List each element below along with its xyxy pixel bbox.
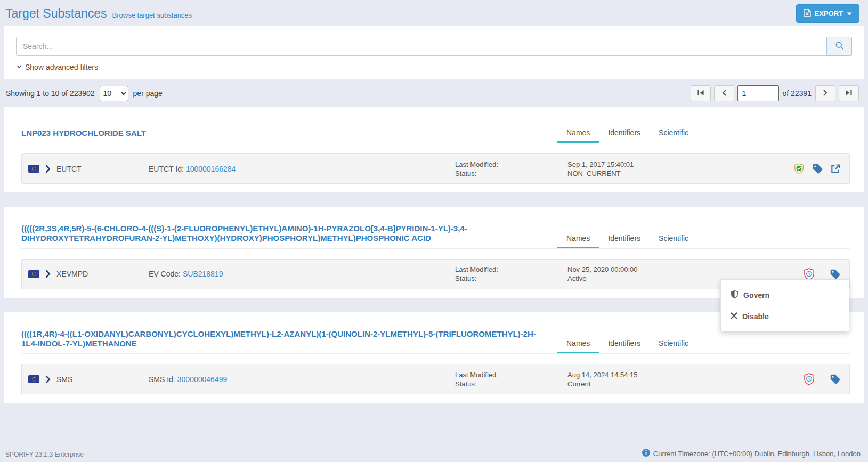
card-tabs: Names Identifiers Scientific: [557, 230, 697, 248]
last-modified-label: Last Modified:: [455, 160, 567, 169]
substance-title-link[interactable]: (((((2R,3S,4R,5R)-5-(6-CHLORO-4-(((S)-1-…: [21, 224, 550, 244]
row-source: SMS: [28, 375, 149, 384]
page-info: Showing 1 to 10 of 223902 10 per page: [6, 86, 163, 101]
meta-labels: Last Modified: Status:: [455, 265, 567, 283]
eu-flag-stars: [32, 272, 36, 276]
substance-card-2: (((((2R,3S,4R,5R)-5-(6-CHLORO-4-(((S)-1-…: [4, 207, 864, 298]
substance-id: EUTCT Id:100000166284: [149, 165, 455, 173]
chevron-left-icon: [721, 90, 727, 98]
caret-down-icon: [847, 10, 852, 18]
substance-id: SMS Id:300000046499: [149, 375, 455, 384]
id-link[interactable]: 100000166284: [186, 165, 236, 173]
advanced-filters-toggle[interactable]: Show advanced filters: [16, 63, 98, 71]
status-value: NON_CURRENT: [567, 169, 793, 178]
per-page-select[interactable]: 10: [100, 86, 128, 101]
tag-icon[interactable]: [812, 163, 823, 174]
search-row: [16, 37, 852, 56]
tag-icon[interactable]: [830, 269, 841, 280]
export-button-label: EXPORT: [815, 10, 843, 18]
advanced-filters-label: Show advanced filters: [25, 63, 98, 71]
shield-icon: [731, 290, 739, 301]
eu-flag-stars: [32, 377, 36, 382]
menu-item-govern[interactable]: Govern: [721, 284, 849, 306]
external-link-icon[interactable]: [830, 164, 841, 174]
skip-first-icon: [697, 90, 704, 98]
app-version-label: SPORIFY 23.1.3 Enterprise: [5, 451, 84, 458]
per-page-label: per page: [133, 89, 163, 98]
first-page-button[interactable]: [691, 85, 711, 101]
status-value: Current: [567, 379, 803, 388]
id-label: SMS Id:: [149, 375, 175, 384]
tab-identifiers[interactable]: Identifiers: [599, 335, 650, 353]
card-head: (((((2R,3S,4R,5R)-5-(6-CHLORO-4-(((S)-1-…: [21, 224, 850, 249]
id-link[interactable]: 300000046499: [177, 375, 227, 384]
chevron-down-icon: [16, 63, 22, 71]
last-modified-label: Last Modified:: [455, 265, 567, 274]
search-input[interactable]: [16, 37, 827, 56]
total-pages-label: of 22391: [783, 89, 812, 98]
substance-row: SMS SMS Id:300000046499 Last Modified: S…: [21, 364, 850, 394]
card-head: ((((1R,4R)-4-((L1-OXIDANYL)CARBONYL)CYCL…: [21, 329, 850, 354]
menu-item-disable[interactable]: Disable: [721, 306, 849, 327]
meta-labels: Last Modified: Status:: [455, 160, 567, 178]
eu-flag-icon: [28, 375, 39, 383]
tab-identifiers[interactable]: Identifiers: [599, 124, 650, 143]
previous-page-button[interactable]: [714, 85, 734, 101]
search-panel: Show advanced filters: [4, 26, 864, 79]
id-link[interactable]: SUB218819: [183, 270, 223, 278]
eu-flag-stars: [32, 167, 36, 171]
substance-row: XEVMPD EV Code:SUB218819 Last Modified: …: [21, 259, 850, 289]
status-label: Status:: [455, 379, 567, 388]
card-tabs: Names Identifiers Scientific: [557, 124, 697, 143]
meta-labels: Last Modified: Status:: [455, 370, 567, 388]
status-label: Status:: [455, 274, 567, 283]
substance-title-link[interactable]: LNP023 HYDROCHLORIDE SALT: [21, 128, 550, 138]
last-page-button[interactable]: [839, 85, 859, 101]
info-icon: [642, 449, 650, 458]
tab-names[interactable]: Names: [557, 124, 599, 143]
last-modified-label: Last Modified:: [455, 370, 567, 379]
tab-scientific[interactable]: Scientific: [650, 124, 697, 143]
page-header: Target Substances Browse target substanc…: [0, 0, 868, 26]
row-actions: [793, 163, 842, 175]
menu-item-label: Govern: [743, 291, 769, 299]
id-label: EV Code:: [149, 270, 181, 278]
shield-clock-icon[interactable]: [803, 372, 815, 386]
substance-title-link[interactable]: ((((1R,4R)-4-((L1-OXIDANYL)CARBONYL)CYCL…: [21, 329, 550, 349]
card-tabs: Names Identifiers Scientific: [557, 335, 697, 353]
substance-row: EUTCT EUTCT Id:100000166284 Last Modifie…: [21, 153, 850, 184]
page-subtitle: Browse target substances: [112, 11, 192, 19]
tag-icon[interactable]: [830, 374, 841, 385]
title-wrap: Target Substances Browse target substanc…: [5, 6, 192, 21]
last-modified-value: Nov 25, 2020 00:00:00: [567, 265, 803, 274]
x-icon: [731, 312, 737, 321]
id-label: EUTCT Id:: [149, 165, 184, 173]
meta-values: Aug 14, 2024 14:54:15 Current: [567, 370, 803, 388]
substance-card-1: LNP023 HYDROCHLORIDE SALT Names Identifi…: [4, 107, 864, 192]
meta-values: Sep 1, 2017 15:40:01 NON_CURRENT: [567, 160, 793, 178]
page-number-input[interactable]: [737, 85, 779, 101]
timezone-info: Current Timezone: (UTC+00:00) Dublin, Ed…: [642, 449, 861, 458]
expand-chevron-icon[interactable]: [45, 165, 51, 173]
source-label: XEVMPD: [56, 270, 88, 278]
row-actions: [803, 372, 842, 386]
tab-scientific[interactable]: Scientific: [650, 335, 697, 353]
page-footer: SPORIFY 23.1.3 Enterprise Current Timezo…: [0, 432, 868, 462]
search-button[interactable]: [826, 37, 852, 56]
tab-scientific[interactable]: Scientific: [650, 230, 697, 248]
pagination-bar: Showing 1 to 10 of 223902 10 per page of…: [0, 79, 868, 107]
expand-chevron-icon[interactable]: [45, 270, 51, 278]
skip-last-icon: [845, 90, 853, 98]
tab-identifiers[interactable]: Identifiers: [599, 230, 650, 248]
shield-check-icon[interactable]: [793, 163, 805, 175]
expand-chevron-icon[interactable]: [45, 376, 51, 383]
export-button[interactable]: EXPORT: [796, 4, 859, 23]
search-icon: [835, 41, 844, 52]
chevron-right-icon: [823, 90, 828, 98]
source-label: SMS: [56, 375, 72, 384]
substance-list: LNP023 HYDROCHLORIDE SALT Names Identifi…: [4, 107, 864, 403]
showing-text: Showing 1 to 10 of 223902: [6, 89, 95, 98]
tab-names[interactable]: Names: [557, 230, 599, 248]
next-page-button[interactable]: [815, 85, 835, 101]
tab-names[interactable]: Names: [557, 335, 599, 353]
